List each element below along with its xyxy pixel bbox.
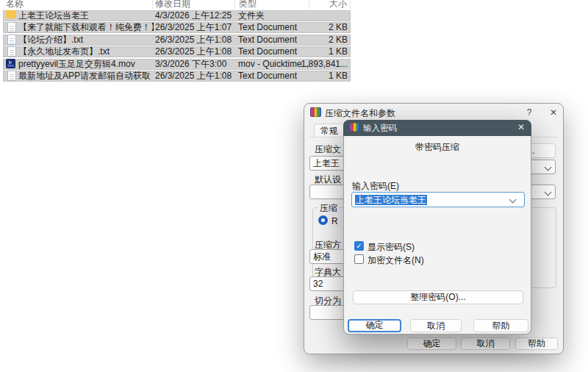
file-date: 26/3/2025 上午1:08 [155, 71, 237, 82]
column-divider[interactable] [152, 0, 153, 9]
organize-passwords-button[interactable]: 整理密码(O)... [353, 290, 523, 304]
password-input-label: 输入密码(E) [352, 180, 399, 193]
file-row[interactable]: 【论坛介绍】.txt 26/3/2025 上午1:08 Text Documen… [3, 35, 351, 46]
cancel-button[interactable]: 取消 [410, 319, 462, 332]
cancel-button[interactable]: 取消 [461, 337, 510, 350]
file-size: 1 KB [296, 71, 348, 82]
password-combobox[interactable]: 上老王论坛当老王 [351, 192, 525, 207]
file-size: 1,893,841... [296, 59, 348, 70]
dialog-titlebar: 压缩文件名和参数 ? ✕ [304, 104, 563, 121]
file-size: 2 KB [296, 35, 348, 46]
file-date: 26/3/2025 上午1:08 [155, 35, 237, 46]
encrypt-filenames-label: 加密文件名(N) [368, 254, 424, 267]
help-button[interactable]: 帮助 [515, 337, 558, 350]
dictionary-combobox[interactable]: 32 [309, 276, 348, 291]
column-divider[interactable] [309, 0, 309, 9]
column-divider[interactable] [234, 0, 235, 9]
ok-button[interactable]: 确定 [348, 319, 401, 332]
file-size: 1 KB [296, 46, 348, 57]
format-radio-label: R [331, 216, 338, 226]
file-name: 【来了就能下载和观看！纯免费！】.txt [18, 22, 154, 33]
format-radio-selected[interactable] [318, 215, 328, 225]
text-file-icon [7, 35, 16, 45]
video-file-icon [6, 59, 15, 68]
password-value-selected-text: 上老王论坛当老王 [355, 195, 427, 205]
show-password-checkbox[interactable]: ✓ [354, 241, 364, 251]
help-icon[interactable]: ? [523, 107, 536, 118]
file-size: 2 KB [296, 22, 348, 33]
file-row[interactable]: 【来了就能下载和观看！纯免费！】.txt 26/3/2025 上午1:07 Te… [3, 22, 351, 33]
text-file-icon [7, 22, 16, 32]
enter-password-dialog: 输入密码 ✕ 带密码压缩 输入密码(E) 上老王论坛当老王 ✓ 显示密码(S) … [343, 120, 531, 335]
password-dialog-titlebar: 输入密码 ✕ [343, 120, 531, 136]
winrar-icon [310, 107, 321, 117]
file-row[interactable]: 最新地址及APP请发邮箱自动获取！！！.... 26/3/2025 上午1:08… [3, 71, 351, 82]
file-type: 文件夹 [238, 10, 312, 21]
file-explorer-list: 名称 修改日期 类型 大小 上老王论坛当老王 4/3/2026 上午12:25 … [0, 0, 351, 85]
password-dialog-title: 输入密码 [363, 123, 397, 134]
file-date: 26/3/2025 上午1:08 [155, 46, 237, 57]
column-header-type[interactable]: 类型 [239, 0, 257, 9]
file-name: prettyyevil玉足足交剪辑4.mov [18, 59, 154, 70]
format-group-label: 压缩 [318, 202, 340, 215]
close-icon[interactable]: ✕ [547, 107, 560, 118]
encrypt-filenames-checkbox[interactable] [354, 254, 364, 264]
file-name: 【永久地址发布页】.txt [18, 46, 154, 57]
column-header-date[interactable]: 修改日期 [155, 0, 190, 9]
archive-name-label: 压缩文 [315, 143, 341, 156]
column-divider[interactable] [350, 0, 351, 9]
text-file-icon [7, 71, 16, 81]
ok-button[interactable]: 确定 [407, 337, 456, 350]
close-icon[interactable]: ✕ [517, 122, 525, 132]
file-name: 上老王论坛当老王 [18, 10, 154, 21]
file-date: 26/3/2025 上午1:07 [155, 22, 237, 33]
folder-icon [6, 10, 16, 18]
file-name: 【论坛介绍】.txt [18, 35, 154, 46]
file-row[interactable]: 上老王论坛当老王 4/3/2026 上午12:25 文件夹 [3, 10, 351, 21]
list-header: 名称 修改日期 类型 大小 [0, 0, 351, 9]
column-header-size[interactable]: 大小 [310, 0, 347, 9]
file-date: 4/3/2026 上午12:25 [155, 10, 237, 21]
show-password-label: 显示密码(S) [368, 241, 415, 254]
dialog-title: 压缩文件名和参数 [325, 107, 395, 120]
file-row[interactable]: 【永久地址发布页】.txt 26/3/2025 上午1:08 Text Docu… [3, 46, 351, 57]
text-file-icon [7, 46, 16, 57]
winrar-icon [349, 123, 359, 132]
method-combobox[interactable]: 标准 [309, 249, 348, 264]
help-button[interactable]: 帮助 [473, 319, 528, 332]
file-name: 最新地址及APP请发邮箱自动获取！！！.... [18, 71, 154, 82]
file-row[interactable]: prettyyevil玉足足交剪辑4.mov 3/3/2026 下午3:00 m… [3, 59, 351, 70]
tab-general[interactable]: 常规 [314, 124, 345, 138]
file-date: 3/3/2026 下午3:00 [155, 59, 237, 70]
column-header-name[interactable]: 名称 [6, 0, 24, 9]
password-heading: 带密码压缩 [344, 141, 531, 154]
